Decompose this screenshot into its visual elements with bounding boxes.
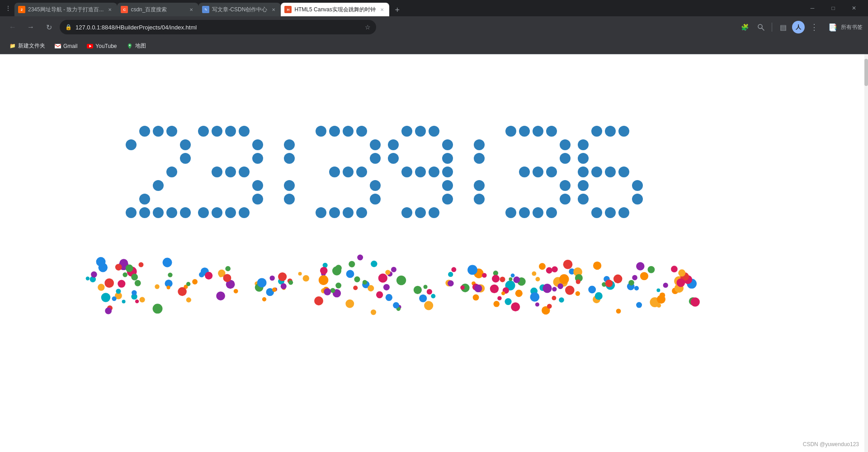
bookmark-gmail[interactable]: Gmail [51,41,81,52]
maps-icon [126,43,133,50]
tab-close-csdn[interactable]: ✕ [188,6,195,13]
chrome-menu-icon[interactable]: ⋮ [4,4,13,13]
extensions-button[interactable]: 🧩 [737,20,752,34]
all-bookmarks-label[interactable]: 所有书签 [841,24,863,31]
tab-write[interactable]: ✎ 写文章-CSDN创作中心 ✕ [198,3,281,16]
tab-favicon-2345: 2 [18,6,25,13]
clock-canvas [0,54,868,452]
address-bar: ← → ↻ 🔒 ☆ 🧩 ▤ 人 ⋮ 📑 所有书签 [0,16,868,38]
svg-rect-2 [55,44,61,48]
forward-button[interactable]: → [24,20,38,34]
tab-html5[interactable]: H HTML5 Canvas实现会跳舞的时钟 ✕ [281,3,389,16]
gmail-icon [54,43,61,50]
folder-icon: 📁 [9,43,16,50]
maximize-button[interactable]: □ [823,0,844,16]
minimize-button[interactable]: ─ [802,0,823,16]
attribution-text: CSDN @yuwenduo123 [803,441,859,447]
tab-favicon-html5: H [284,6,292,13]
toolbar-divider [772,23,772,32]
browser-frame: ⋮ 2 2345网址导航 - 致力于打造百... ✕ C csdn_百度搜索 ✕… [0,0,868,452]
search-icon-btn[interactable] [754,20,768,34]
bookmark-gmail-label: Gmail [63,43,77,49]
bookmark-maps[interactable]: 地图 [123,40,150,52]
tab-close-2345[interactable]: ✕ [106,6,113,13]
tab-favicon-write: ✎ [202,6,209,13]
svg-line-1 [762,28,764,30]
bookmarks-bar: 📁 新建文件夹 Gmail YouTube [0,38,868,54]
window-controls: ─ □ ✕ [802,0,864,16]
svg-point-5 [129,44,130,46]
tab-close-write[interactable]: ✕ [270,6,277,13]
bookmark-star-icon[interactable]: ☆ [365,24,371,31]
scrollbar-thumb[interactable] [864,59,868,86]
refresh-button[interactable]: ↻ [42,20,56,34]
tab-close-html5[interactable]: ✕ [378,6,386,13]
back-button[interactable]: ← [5,20,20,34]
youtube-icon [86,43,94,50]
tab-title-2345: 2345网址导航 - 致力于打造百... [28,6,104,14]
address-input-wrap[interactable]: 🔒 ☆ [60,20,376,34]
scrollbar[interactable] [864,54,868,452]
address-input[interactable] [75,24,361,31]
address-icons: 🧩 ▤ 人 ⋮ [737,20,821,34]
lock-icon: 🔒 [65,24,72,30]
menu-button[interactable]: ⋮ [807,20,821,34]
profile-button[interactable]: 人 [792,21,805,33]
tab-2345[interactable]: 2 2345网址导航 - 致力于打造百... ✕ [14,3,117,16]
bookmark-youtube[interactable]: YouTube [83,41,120,52]
tab-favicon-csdn: C [121,6,128,13]
page-content: CSDN @yuwenduo123 [0,54,868,452]
bookmark-folder[interactable]: 📁 新建文件夹 [5,40,49,52]
title-bar: ⋮ 2 2345网址导航 - 致力于打造百... ✕ C csdn_百度搜索 ✕… [0,0,868,16]
bookmark-youtube-label: YouTube [95,43,117,49]
bookmarks-icon-right[interactable]: 📑 [828,23,837,32]
close-button[interactable]: ✕ [844,0,864,16]
tab-title-html5: HTML5 Canvas实现会跳舞的时钟 [294,6,375,14]
tab-title-write: 写文章-CSDN创作中心 [212,6,267,14]
sidebar-button[interactable]: ▤ [776,20,790,34]
bookmark-folder-label: 新建文件夹 [18,42,45,50]
tab-csdn[interactable]: C csdn_百度搜索 ✕ [117,3,198,16]
tab-title-csdn: csdn_百度搜索 [131,6,185,14]
bookmark-maps-label: 地图 [135,42,146,50]
new-tab-button[interactable]: + [391,4,404,16]
